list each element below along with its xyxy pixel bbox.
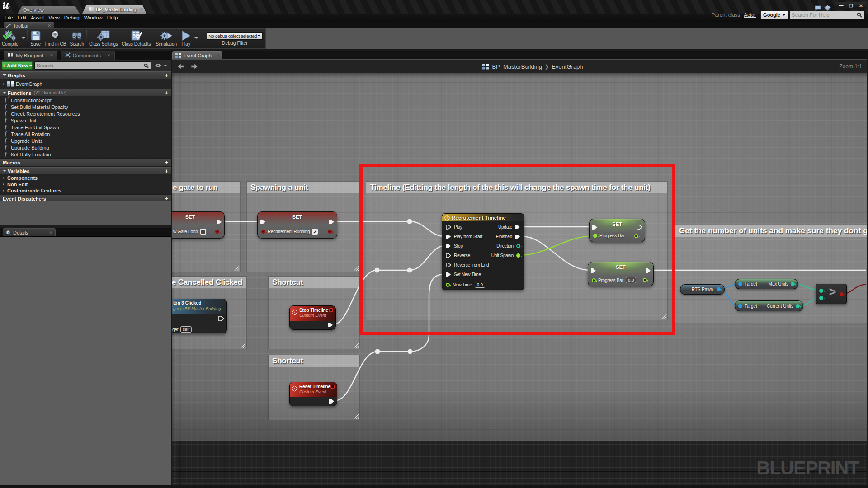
bool-checkbox[interactable] <box>200 229 206 235</box>
add-function-button[interactable]: + <box>165 89 168 96</box>
simulation-button[interactable]: Simulation <box>154 29 179 48</box>
close-icon[interactable]: ✕ <box>50 53 53 58</box>
menu-item[interactable]: Window <box>84 15 103 20</box>
section-graphs[interactable]: Graphs + <box>0 71 171 79</box>
node-get-rts-pawn[interactable]: RTS Pawn <box>680 284 725 295</box>
function-item[interactable]: f Spawn Unit <box>0 117 171 124</box>
function-item[interactable]: f Trace All Rotation <box>0 131 171 137</box>
node-reset-timeline-event[interactable]: Reset Timeline Custom Event <box>289 382 337 406</box>
find-in-cb-button[interactable]: Find in CB <box>43 29 68 48</box>
exec-out-pin[interactable] <box>216 219 222 225</box>
class-settings-button[interactable]: Class Settings <box>87 29 120 48</box>
navigate-forward-icon[interactable] <box>191 63 198 70</box>
menu-item[interactable]: File <box>5 15 13 20</box>
node-stop-timeline-event[interactable]: Stop Timeline Custom Event <box>289 305 336 330</box>
function-item[interactable]: f Check Recrutement Resources <box>0 110 171 117</box>
tab-event-graph[interactable]: Event Graph ✕ <box>172 51 222 59</box>
object-out-pin[interactable] <box>717 287 721 291</box>
expander-icon[interactable] <box>3 189 5 192</box>
int-out-pin[interactable] <box>791 282 795 286</box>
play-options-dropdown[interactable] <box>194 37 198 41</box>
close-icon[interactable]: ✕ <box>107 53 111 58</box>
breadcrumb-leaf[interactable]: EventGraph <box>552 63 583 70</box>
node-button-3-clicked-event[interactable]: ton 3 Clicked get is BP Master Building … <box>172 299 227 333</box>
expander-icon[interactable] <box>3 177 5 179</box>
breadcrumb-root[interactable]: BP_MasterBuilding <box>492 63 542 70</box>
int-out-pin[interactable] <box>796 304 800 308</box>
function-item[interactable]: f Set Rally Location <box>0 151 171 158</box>
close-icon[interactable]: ✕ <box>47 23 51 28</box>
close-icon[interactable]: ✕ <box>49 230 52 235</box>
reroute-node[interactable] <box>408 349 413 354</box>
node-greater-than[interactable]: > <box>816 284 847 304</box>
exec-out-pin[interactable] <box>329 399 335 404</box>
bool-out-pin[interactable] <box>840 292 844 296</box>
compile-options-dropdown[interactable] <box>22 37 25 41</box>
close-icon[interactable]: ✕ <box>216 53 220 58</box>
expander-icon[interactable] <box>3 183 5 186</box>
function-item[interactable]: f Upgrade Units <box>0 137 171 144</box>
exec-out-pin[interactable] <box>329 219 335 225</box>
expander-icon[interactable] <box>3 83 5 85</box>
save-button[interactable]: Save <box>28 29 43 48</box>
visibility-filter-button[interactable] <box>155 63 167 68</box>
search-button[interactable]: Search <box>68 29 86 48</box>
debug-object-dropdown[interactable]: No debug object selected <box>207 32 263 40</box>
variable-group-item[interactable]: Components <box>0 175 171 181</box>
parent-class-link[interactable]: Actor <box>744 12 756 18</box>
section-variables[interactable]: Variables + <box>0 167 171 175</box>
exec-in-pin[interactable] <box>260 219 266 225</box>
tab-details[interactable]: i Details ✕ <box>3 228 56 236</box>
variable-group-item[interactable]: Customizable Features <box>0 188 171 194</box>
exec-out-pin[interactable] <box>327 322 333 328</box>
compile-button[interactable]: Compile <box>0 29 20 48</box>
add-variable-button[interactable]: + <box>165 168 168 174</box>
int-in-pin[interactable] <box>819 289 823 293</box>
section-functions[interactable]: Functions (21 Overridable) + <box>0 89 171 97</box>
blueprint-search-input[interactable] <box>37 63 144 68</box>
search-engine-dropdown[interactable]: Google <box>760 11 788 19</box>
function-item[interactable]: f Trace For Unit Spawn <box>0 124 171 131</box>
toolbar-tab[interactable]: Toolbar ✕ <box>4 22 54 28</box>
menu-item[interactable]: Asset <box>31 15 44 20</box>
bool-out-pin[interactable] <box>328 230 332 234</box>
menu-item[interactable]: Debug <box>64 15 80 20</box>
help-search-input[interactable] <box>792 12 857 18</box>
function-item[interactable]: f Upgrade Building <box>0 144 171 151</box>
tab-my-blueprint[interactable]: My Blueprint ✕ <box>4 51 57 60</box>
add-macro-button[interactable]: + <box>165 159 168 166</box>
delegate-pin[interactable] <box>330 385 335 389</box>
reroute-node[interactable] <box>375 349 380 354</box>
play-button[interactable]: Play <box>179 29 193 48</box>
node-set-gate-loop[interactable]: SET w Gate Loop <box>172 211 225 239</box>
node-get-max-units[interactable]: Target Max Units <box>735 279 798 289</box>
bool-checkbox[interactable]: ✓ <box>312 229 318 235</box>
list-item-eventgraph[interactable]: EventGraph <box>0 79 171 89</box>
exec-out-pin[interactable] <box>218 316 224 321</box>
function-item[interactable]: f ConstructionScript <box>0 97 171 103</box>
close-tab-icon[interactable]: ✕ <box>140 7 143 12</box>
object-in-pin[interactable] <box>738 304 742 308</box>
variable-group-item[interactable]: Non Edit <box>0 181 171 188</box>
section-macros[interactable]: Macros + <box>0 159 171 166</box>
tab-components[interactable]: Components ✕ <box>61 51 115 60</box>
bool-out-pin[interactable] <box>215 230 219 234</box>
delegate-pin[interactable] <box>329 308 333 312</box>
object-in-pin[interactable] <box>738 282 742 286</box>
node-set-recrutement-running[interactable]: SET Recrutement Running ✓ <box>257 211 337 239</box>
add-graph-button[interactable]: + <box>165 72 168 79</box>
target-self-value[interactable]: self <box>180 326 192 333</box>
navigate-back-icon[interactable] <box>177 63 184 70</box>
menu-item[interactable]: Help <box>107 15 118 20</box>
add-new-button[interactable]: +Add New <box>2 61 33 70</box>
int-in-pin[interactable] <box>819 296 823 300</box>
document-tab-bp-masterbuilding[interactable]: BP_MasterBuilding ✕ <box>82 5 146 14</box>
document-tab-overview[interactable]: Overview <box>18 6 80 14</box>
bool-in-pin[interactable] <box>261 230 265 234</box>
menu-item[interactable]: Edit <box>18 15 27 20</box>
function-item[interactable]: f Set Build Material Opacity <box>0 103 171 110</box>
class-defaults-button[interactable]: Class Defaults <box>120 29 152 48</box>
menu-item[interactable]: View <box>48 15 60 20</box>
graph-canvas[interactable]: BLUEPRINT e gate to run Spawning a unit … <box>172 74 867 485</box>
node-get-current-units[interactable]: Target Current Units <box>735 300 803 311</box>
